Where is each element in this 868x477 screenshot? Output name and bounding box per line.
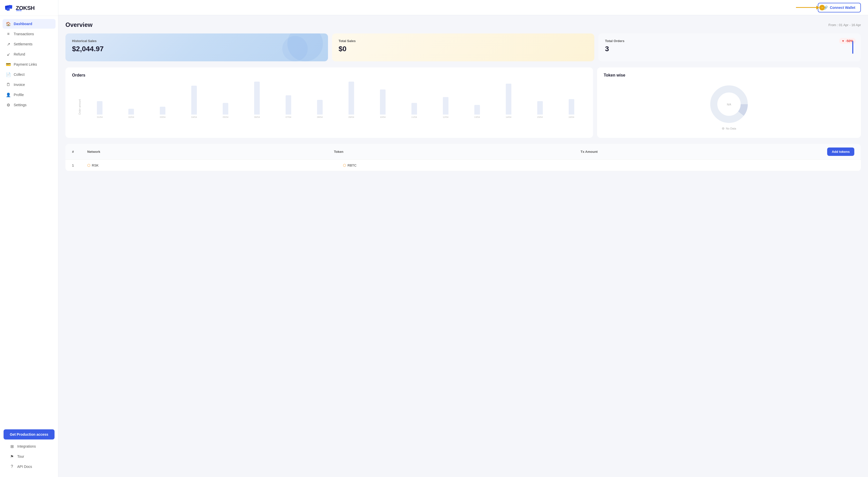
- bar-06/04: [254, 81, 260, 114]
- bar-label-15/04: 15/04: [537, 116, 543, 118]
- bar-group-08/04: 08/04: [305, 81, 335, 118]
- orders-chart-card: Orders Order amount 01/04 02/04 03/04 04…: [65, 67, 593, 138]
- orders-bar-chart: Order amount 01/04 02/04 03/04 04/04 05/…: [72, 81, 586, 132]
- bar-group-03/04: 03/04: [148, 81, 178, 118]
- bar-11/04: [411, 103, 417, 114]
- sidebar-item-payment-links[interactable]: 💳Payment Links: [3, 60, 56, 69]
- total-orders-value: 3: [605, 45, 854, 53]
- sidebar-item-invoice[interactable]: 🗒Invoice: [3, 80, 56, 90]
- bar-09/04: [348, 81, 354, 114]
- main-area: → 🔗 Connect Wallet Overview From : 01 Ap…: [58, 0, 868, 477]
- total-sales-value: $0: [339, 45, 588, 53]
- bar-label-13/04: 13/04: [474, 116, 480, 118]
- token-icon: ⬡: [343, 163, 346, 167]
- bar-group-05/04: 05/04: [211, 81, 241, 118]
- bar-label-06/04: 06/04: [254, 116, 260, 118]
- bar-label-07/04: 07/04: [286, 116, 291, 118]
- bar-label-10/04: 10/04: [380, 116, 386, 118]
- bar-group-13/04: 13/04: [462, 81, 492, 118]
- get-production-button[interactable]: Get Production access: [4, 429, 55, 440]
- bar-label-03/04: 03/04: [160, 116, 166, 118]
- historical-sales-card: Historical Sales $2,044.97: [65, 33, 328, 61]
- sidebar-item-refund[interactable]: ↙Refund: [3, 49, 56, 59]
- sidebar-item-tour[interactable]: ⚑Tour: [6, 452, 52, 461]
- api-docs-icon: ?: [10, 464, 14, 469]
- profile-icon: 👤: [6, 93, 11, 97]
- bar-02/04: [128, 109, 134, 114]
- sidebar-item-api-docs[interactable]: ?API Docs: [6, 462, 52, 471]
- collect-icon: 📄: [6, 72, 11, 77]
- bar-group-07/04: 07/04: [273, 81, 304, 118]
- settlements-icon: ↗: [6, 42, 11, 46]
- sidebar-item-label-tour: Tour: [17, 454, 24, 458]
- page-title: Overview: [65, 21, 93, 28]
- sidebar-item-label-refund: Refund: [14, 52, 25, 56]
- sidebar-item-label-dashboard: Dashboard: [14, 22, 32, 26]
- invoice-icon: 🗒: [6, 82, 11, 87]
- bar-group-16/04: 16/04: [556, 81, 586, 118]
- sidebar-item-profile[interactable]: 👤Profile: [3, 90, 56, 100]
- donut-container: N/A No Data: [604, 81, 854, 132]
- no-data-label: No Data: [722, 127, 736, 130]
- col-header-network: Network: [87, 150, 334, 154]
- integrations-icon: ⊞: [10, 444, 14, 449]
- sidebar-item-settlements[interactable]: ↗Settlements: [3, 39, 56, 49]
- sidebar-item-dashboard[interactable]: 🏠Dashboard: [3, 19, 56, 29]
- table-row: 1 ⬡ RSK ⬡ RBTC: [65, 160, 861, 171]
- bar-04/04: [191, 86, 197, 114]
- bar-group-12/04: 12/04: [430, 81, 461, 118]
- bar-group-10/04: 10/04: [368, 81, 398, 118]
- y-axis-label: Order amount: [79, 99, 81, 115]
- network-icon: ⬡: [87, 163, 90, 167]
- sidebar-item-label-api-docs: API Docs: [17, 465, 32, 469]
- bar-10/04: [380, 90, 385, 114]
- bar-05/04: [223, 103, 228, 114]
- bar-08/04: [317, 100, 323, 114]
- bar-label-11/04: 11/04: [411, 116, 417, 118]
- orders-badge: ▼ -50%: [839, 38, 856, 44]
- trend-down-icon: ▼: [842, 39, 845, 43]
- zoksh-logo-icon: [5, 5, 14, 12]
- bar-label-09/04: 09/04: [348, 116, 354, 118]
- charts-section: Orders Order amount 01/04 02/04 03/04 04…: [65, 67, 861, 138]
- bar-03/04: [160, 107, 165, 114]
- add-tokens-button[interactable]: Add tokens: [827, 147, 854, 156]
- settings-icon: ⚙: [6, 103, 11, 107]
- bar-label-08/04: 08/04: [317, 116, 323, 118]
- token-wise-card: Token wise N/A No Data: [597, 67, 861, 138]
- donut-chart-svg: N/A: [709, 84, 749, 125]
- bar-label-05/04: 05/04: [223, 116, 228, 118]
- arrow-line: [796, 7, 816, 8]
- table-header: # Network Token Tx Amount Add tokens: [65, 144, 861, 160]
- sidebar-item-label-transactions: Transactions: [14, 32, 34, 36]
- content-header: Overview From : 01 Apr - 16 Apr: [65, 21, 861, 28]
- total-orders-card: Total Orders 3 ▼ -50%: [598, 33, 861, 61]
- arrow-annotation: →: [796, 5, 825, 10]
- bar-14/04: [506, 83, 512, 114]
- sidebar-item-integrations[interactable]: ⊞Integrations: [6, 442, 52, 451]
- bar-label-12/04: 12/04: [443, 116, 449, 118]
- col-header-token: Token: [334, 150, 580, 154]
- sidebar-item-collect[interactable]: 📄Collect: [3, 70, 56, 79]
- col-header-tx: Tx Amount: [581, 150, 827, 154]
- sidebar-item-transactions[interactable]: ≡Transactions: [3, 29, 56, 39]
- col-header-num: #: [72, 150, 87, 154]
- sidebar-bottom: Get Production access ⊞Integrations⚑Tour…: [0, 426, 58, 477]
- sidebar-item-label-collect: Collect: [14, 72, 25, 76]
- bar-label-02/04: 02/04: [128, 116, 134, 118]
- main-content: Overview From : 01 Apr - 16 Apr Historic…: [58, 15, 868, 477]
- bar-01/04: [97, 101, 102, 114]
- bar-label-01/04: 01/04: [97, 116, 103, 118]
- stat-cards: Historical Sales $2,044.97 Total Sales $…: [65, 33, 861, 61]
- orders-bar-indicator: [852, 41, 853, 54]
- date-range: From : 01 Apr - 16 Apr: [829, 23, 861, 27]
- bar-label-04/04: 04/04: [191, 116, 197, 118]
- cell-token: ⬡ RBTC: [343, 163, 599, 167]
- sidebar-item-settings[interactable]: ⚙Settings: [3, 100, 56, 110]
- cell-network: ⬡ RSK: [87, 163, 343, 167]
- bar-group-01/04: 01/04: [85, 81, 115, 118]
- bar-label-14/04: 14/04: [505, 116, 512, 118]
- total-sales-label: Total Sales: [339, 39, 588, 43]
- sidebar-item-label-profile: Profile: [14, 93, 24, 97]
- nav-section: 🏠Dashboard≡Transactions↗Settlements↙Refu…: [0, 16, 58, 426]
